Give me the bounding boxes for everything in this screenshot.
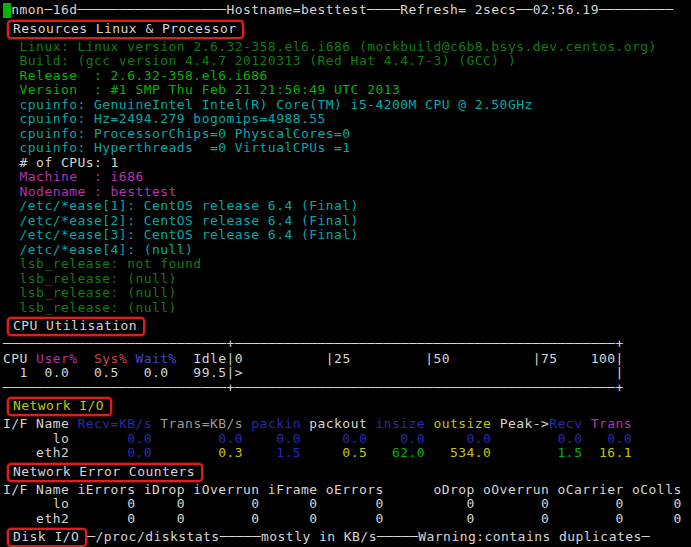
network-errors-row-eth2: eth2 0 0 0 0 0 0 0 0 0 — [3, 512, 691, 527]
etc-release-2-line-seg-0: /etc/*ease[2]: CentOS release 6.4 (Final… — [3, 213, 359, 228]
network-row-lo-seg-8: 0.0 — [582, 431, 632, 446]
network-header-line-seg-1: Recv=KB/s — [69, 416, 152, 431]
section-title-network-io: Network I/O — [3, 396, 691, 416]
lsb-release-4-line-seg-0: lsb_release: (null) — [3, 300, 177, 315]
cpuinfo-chips-line-seg-0: cpuinfo: ProcessorChips=0 PhyscalCores=0 — [3, 126, 351, 141]
cpu-header-wait: Wait% — [135, 351, 176, 366]
network-header-line-seg-8: Recv — [549, 416, 582, 431]
lsb-release-2-line-seg-0: lsb_release: (null) — [3, 271, 177, 286]
network-row-eth2-seg-5: 62.0 — [367, 445, 425, 460]
linux-version-line: Linux: Linux version 2.6.32-358.el6.i686… — [3, 40, 691, 55]
network-errors-row-eth2-seg-0: eth2 0 0 0 0 0 0 0 0 0 — [3, 511, 682, 526]
cpu-header-line: CPU User% Sys% Wait% Idle|0 |25 |50 |75 … — [3, 352, 691, 367]
cpu-row-1-seg-0: 1 0.0 0.5 0.0 99.5|> | — [3, 365, 624, 380]
terminal-topbar: nmon─16d──────────────────Hostname=bestt… — [3, 3, 691, 18]
network-header-line: I/F Name Recv=KB/s Trans=KB/s packin pac… — [3, 417, 691, 432]
network-row-lo-seg-2: 0.0 — [152, 431, 243, 446]
terminal-screen[interactable]: nmon─16d──────────────────Hostname=bestt… — [0, 0, 691, 547]
cpuinfo-chips-line: cpuinfo: ProcessorChips=0 PhyscalCores=0 — [3, 127, 691, 142]
cpuinfo-model-line: cpuinfo: GenuineIntel Intel(R) Core(TM) … — [3, 98, 691, 113]
cpuinfo-model-line-seg-0: cpuinfo: GenuineIntel Intel(R) Core(TM) … — [3, 97, 533, 112]
etc-release-1-line-seg-0: /etc/*ease[1]: CentOS release 6.4 (Final… — [3, 198, 359, 213]
linux-version-line-seg-0: Linux: Linux version 2.6.32-358.el6.i686… — [3, 39, 657, 54]
lsb-release-2-line: lsb_release: (null) — [3, 272, 691, 287]
network-row-lo-seg-7: 0.0 — [491, 431, 582, 446]
cpuinfo-hz-line-seg-0: cpuinfo: Hz=2494.279 bogomips=4988.55 — [3, 111, 326, 126]
cpuinfo-hz-line: cpuinfo: Hz=2494.279 bogomips=4988.55 — [3, 112, 691, 127]
network-row-eth2-seg-0: eth2 — [3, 445, 69, 460]
lsb-release-1-line: lsb_release: not found — [3, 257, 691, 272]
cpu-header-line-seg-0: CPU — [3, 351, 36, 366]
etc-release-4-line: /etc/*ease[4]: (null) — [3, 243, 691, 258]
etc-release-1-line: /etc/*ease[1]: CentOS release 6.4 (Final… — [3, 199, 691, 214]
disk-io-title: Disk I/O — [7, 528, 87, 547]
lsb-release-1-line-seg-0: lsb_release: not found — [3, 256, 202, 271]
section-title-resources: Resources Linux & Processor — [3, 19, 691, 39]
cpu-header-line-seg-2 — [78, 351, 95, 366]
network-header-line-seg-6: outsize — [425, 416, 491, 431]
network-errors-header-line-seg-0: I/F Name iErrors iDrop iOverrun iFrame o… — [3, 482, 682, 497]
cpuinfo-threads-line-seg-0: cpuinfo: Hyperthreads =0 VirtualCPUs =1 — [3, 140, 351, 155]
machine-line-seg-0: Machine : i686 — [3, 169, 144, 184]
cpu-header-ruler: |0 |25 |50 |75 100| — [227, 351, 624, 366]
lsb-release-3-line-seg-0: lsb_release: (null) — [3, 285, 177, 300]
num-cpus-line-seg-0: # of CPUs: 1 — [3, 155, 119, 170]
resources-title: Resources Linux & Processor — [7, 20, 244, 39]
network-row-lo-seg-4: 0.0 — [301, 431, 367, 446]
network-row-eth2-seg-3: 1.5 — [243, 445, 301, 460]
network-row-eth2-seg-2: 0.3 — [152, 445, 243, 460]
network-header-line-seg-3: packin — [243, 416, 301, 431]
network-row-lo-seg-0: lo — [3, 431, 69, 446]
network-row-lo-seg-3: 0.0 — [243, 431, 301, 446]
lsb-release-3-line: lsb_release: (null) — [3, 286, 691, 301]
build-line: Build: (gcc version 4.4.7 20120313 (Red … — [3, 54, 691, 69]
cpu-header-user: User% — [36, 351, 77, 366]
network-header-line-seg-4: packout — [301, 416, 367, 431]
network-header-line-seg-9: Trans — [582, 416, 632, 431]
nodename-line: Nodename : besttest — [3, 185, 691, 200]
version-line: Version : #1 SMP Thu Feb 21 21:50:49 UTC… — [3, 83, 691, 98]
network-row-eth2-seg-4: 0.5 — [301, 445, 367, 460]
network-row-lo-seg-6: 0.0 — [425, 431, 491, 446]
release-line-seg-0: Release : 2.6.32-358.el6.i686 — [3, 68, 268, 83]
etc-release-3-line: /etc/*ease[3]: CentOS release 6.4 (Final… — [3, 228, 691, 243]
machine-line: Machine : i686 — [3, 170, 691, 185]
cpu-header-line-seg-6 — [177, 351, 194, 366]
network-row-eth2-seg-6: 534.0 — [425, 445, 491, 460]
network-errors-row-lo: lo 0 0 0 0 0 0 0 0 0 — [3, 497, 691, 512]
network-row-eth2-seg-8: 16.1 — [582, 445, 632, 460]
section-title-cpu-utilisation: CPU Utilisation — [3, 316, 691, 336]
release-line: Release : 2.6.32-358.el6.i686 — [3, 69, 691, 84]
cpu-row-1: 1 0.0 0.5 0.0 99.5|> | — [3, 366, 691, 381]
network-errors-title: Network Error Counters — [7, 463, 203, 482]
network-header-line-seg-2: Trans=KB/s — [152, 416, 243, 431]
cpuinfo-threads-line: cpuinfo: Hyperthreads =0 VirtualCPUs =1 — [3, 141, 691, 156]
etc-release-2-line: /etc/*ease[2]: CentOS release 6.4 (Final… — [3, 214, 691, 229]
network-row-eth2: eth2 0.0 0.3 1.5 0.5 62.0 534.0 1.5 16.1 — [3, 446, 691, 461]
network-row-lo-seg-1: 0.0 — [69, 431, 152, 446]
network-header-line-seg-7: Peak-> — [491, 416, 549, 431]
disk-io-line: Disk I/O─/proc/diskstats─────mostly in K… — [3, 527, 691, 547]
cpu-ruler-top-line-seg-0: ───────────────────────────+────────────… — [3, 336, 624, 351]
network-io-title: Network I/O — [7, 397, 112, 416]
cpu-utilisation-title: CPU Utilisation — [7, 317, 145, 336]
network-header-line-seg-5: insize — [367, 416, 425, 431]
etc-release-3-line-seg-0: /etc/*ease[3]: CentOS release 6.4 (Final… — [3, 227, 359, 242]
network-errors-row-lo-seg-0: lo 0 0 0 0 0 0 0 0 0 — [3, 496, 682, 511]
cpu-header-sys: Sys% — [94, 351, 127, 366]
topbar-text: nmon─16d──────────────────Hostname=bestt… — [11, 2, 673, 17]
etc-release-4-line-seg-0: /etc/*ease[4]: (null) — [3, 242, 193, 257]
lsb-release-4-line: lsb_release: (null) — [3, 301, 691, 316]
network-row-eth2-seg-1: 0.0 — [69, 445, 152, 460]
cpu-ruler-bottom-line: ───────────────────────────+────────────… — [3, 381, 691, 396]
network-row-eth2-seg-7: 1.5 — [491, 445, 582, 460]
terminal-lines: nmon─16d──────────────────Hostname=bestt… — [3, 3, 691, 547]
version-line-seg-0: Version : #1 SMP Thu Feb 21 21:50:49 UTC… — [3, 82, 400, 97]
disk-io-note: ─/proc/diskstats─────mostly in KB/s─────… — [87, 529, 650, 544]
num-cpus-line: # of CPUs: 1 — [3, 156, 691, 171]
cpu-ruler-top-line: ───────────────────────────+────────────… — [3, 337, 691, 352]
network-errors-header-line: I/F Name iErrors iDrop iOverrun iFrame o… — [3, 483, 691, 498]
network-row-lo-seg-5: 0.0 — [367, 431, 425, 446]
network-row-lo: lo 0.0 0.0 0.0 0.0 0.0 0.0 0.0 0.0 — [3, 432, 691, 447]
cpu-header-idle: Idle — [193, 351, 226, 366]
